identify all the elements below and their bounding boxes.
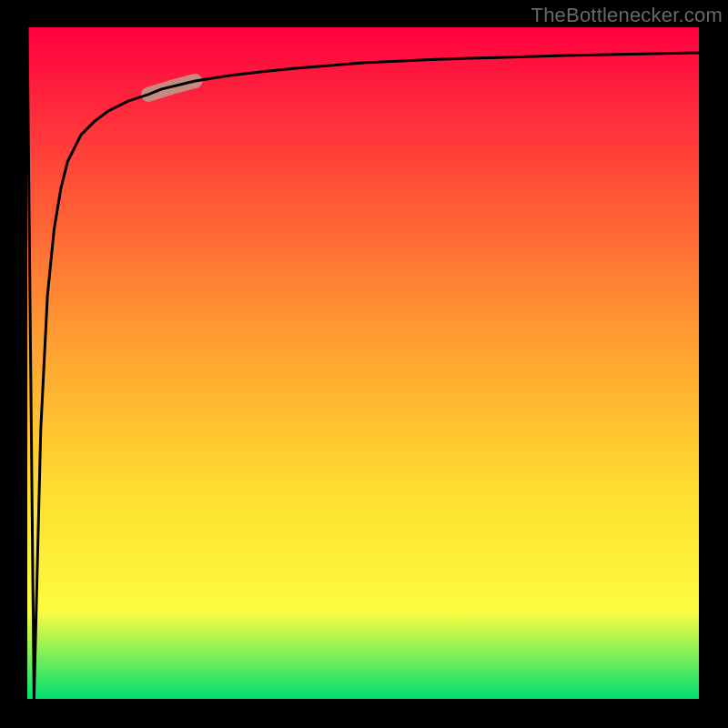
plot-area bbox=[27, 27, 699, 699]
attribution-label: TheBottlenecker.com bbox=[531, 4, 723, 27]
chart-svg bbox=[0, 0, 728, 728]
chart-container: TheBottlenecker.com bbox=[0, 0, 728, 728]
